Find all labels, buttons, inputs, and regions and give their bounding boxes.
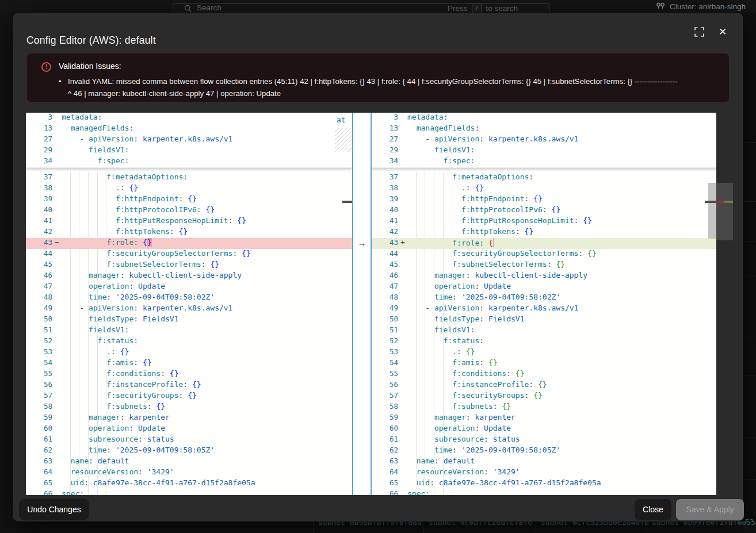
code-line[interactable]: 13 managedFields: — [26, 124, 352, 135]
code-line[interactable]: 47 operation: Update — [372, 282, 716, 293]
overview-ruler-marker-right — [705, 201, 716, 203]
code-line[interactable]: 51 fieldsV1: — [26, 325, 352, 336]
text-cursor — [494, 238, 495, 247]
code-line[interactable]: 40 f:httpProtocolIPv6: {} — [26, 205, 352, 216]
cluster-selector[interactable]: Cluster: anirban-singh — [656, 2, 746, 11]
code-line[interactable]: 44 f:securityGroupSelectorTerms: {} — [26, 249, 352, 260]
modified-editor-pane[interactable]: 3metadata:13 managedFields:27 - apiVersi… — [372, 113, 716, 495]
diff-ruler-added-mark — [724, 201, 733, 203]
code-line[interactable]: 62 time: '2025-09-04T09:58:05Z' — [26, 446, 352, 457]
code-line[interactable]: 59 manager: karpenter — [372, 413, 716, 424]
code-line[interactable]: 44 f:securityGroupSelectorTerms: {} — [372, 249, 716, 260]
sticky-scroll[interactable]: 3metadata:13 managedFields:27 - apiVersi… — [26, 113, 352, 168]
code-line[interactable]: 39 f:httpEndpoint: {} — [372, 194, 716, 205]
background-table-right-edge: 53 — [743, 13, 756, 522]
code-line[interactable]: 54 f:amis: {} — [372, 358, 716, 369]
code-line[interactable]: 39 f:httpEndpoint: {} — [26, 194, 352, 205]
code-line[interactable]: 37 f:metadataOptions: — [26, 172, 352, 183]
clipped-text-fragment: at — [337, 116, 346, 124]
code-line[interactable]: 52 f:status: — [26, 336, 352, 347]
search-placeholder: Search — [197, 3, 222, 12]
code-line[interactable]: 61 subresource: status — [26, 435, 352, 446]
code-line[interactable]: 58 f:subnets: {} — [372, 402, 716, 413]
code-line[interactable]: 27 - apiVersion: karpenter.k8s.aws/v1 — [372, 135, 716, 145]
code-line[interactable]: 46 manager: kubectl-client-side-apply — [372, 271, 716, 282]
code-line[interactable]: 59 manager: karpenter — [26, 413, 352, 424]
validation-alert: ! Validation Issues: • Invalid YAML: mis… — [26, 53, 730, 102]
diff-ruler-removed-mark — [716, 201, 724, 203]
danger-icon: ! — [41, 62, 51, 72]
code-line[interactable]: 29 fieldsV1: — [372, 145, 716, 156]
table-cell: subnet-0cfc525bd0e2d46fb — [536, 522, 647, 533]
code-line[interactable]: 55 f:conditions: {} — [372, 369, 716, 380]
code-line[interactable]: 54 f:amis: {} — [26, 358, 352, 369]
table-cell: subnet-0c0bffc2edfcf8fe — [423, 522, 536, 533]
code-line[interactable]: 52 f:status: — [372, 336, 716, 347]
code-line[interactable]: 66spec: — [372, 489, 716, 495]
code-line[interactable]: 42 f:httpTokens: {} — [26, 227, 352, 238]
scrollbar-thumb[interactable] — [708, 183, 716, 239]
code-line[interactable]: 58 f:subnets: {} — [26, 402, 352, 413]
code-line[interactable]: 56 f:instanceProfile: {} — [26, 380, 352, 391]
modal-title: Config Editor (AWS): default — [26, 34, 156, 47]
code-line[interactable]: 46 manager: kubectl-client-side-apply — [26, 271, 352, 282]
code-line[interactable]: 3metadata: — [26, 113, 352, 124]
code-line[interactable]: 29 fieldsV1: — [26, 145, 352, 156]
code-line[interactable]: 62 time: '2025-09-04T09:58:05Z' — [372, 446, 716, 457]
close-button[interactable]: Close — [635, 499, 671, 520]
code-line[interactable]: 65 uid: c8afe97e-38cc-4f91-a767-d15f2a8f… — [26, 478, 352, 489]
code-line[interactable]: 55 f:conditions: {} — [26, 369, 352, 380]
expand-icon[interactable] — [692, 24, 707, 39]
code-line[interactable]: 49 - apiVersion: karpenter.k8s.aws/v1 — [26, 304, 352, 315]
code-line[interactable]: 60 operation: Update — [372, 424, 716, 435]
code-line[interactable]: 13 managedFields: — [372, 124, 716, 135]
code-line[interactable]: 63 name: default — [372, 457, 716, 467]
code-line[interactable]: 64 resourceVersion: '3429' — [372, 467, 716, 478]
code-line[interactable]: 45 f:subnetSelectorTerms: {} — [372, 260, 716, 271]
code-line[interactable]: 3metadata: — [372, 113, 716, 124]
code-line[interactable]: 42 f:httpTokens: {} — [372, 227, 716, 238]
code-line[interactable]: 56 f:instanceProfile: {} — [372, 380, 716, 391]
code-line[interactable]: 48 time: '2025-09-04T09:58:02Z' — [26, 293, 352, 304]
code-line[interactable]: 64 resourceVersion: '3429' — [26, 467, 352, 478]
revert-arrow-icon[interactable]: → — [353, 237, 371, 248]
code-line[interactable]: 50 fieldsType: FieldsV1 — [372, 315, 716, 325]
code-line[interactable]: 50 fieldsType: FieldsV1 — [26, 315, 352, 325]
code-line[interactable]: 57 f:securityGroups: {} — [372, 391, 716, 402]
diff-sash[interactable]: → — [352, 113, 372, 495]
code-line[interactable]: 48 time: '2025-09-04T09:58:02Z' — [372, 293, 716, 304]
removed-code-line[interactable]: 43− f:role: {} — [26, 238, 352, 249]
undo-changes-button[interactable]: Undo Changes — [19, 499, 89, 520]
code-line[interactable]: 66spec: — [26, 489, 352, 495]
code-line[interactable]: 27 - apiVersion: karpenter.k8s.aws/v1 — [26, 135, 352, 145]
close-icon[interactable]: ✕ — [715, 24, 730, 39]
code-line[interactable]: 34 f:spec: — [372, 156, 716, 167]
code-line[interactable]: 57 f:securityGroups: {} — [26, 391, 352, 402]
code-line[interactable]: 41 f:httpPutResponseHopLimit: {} — [372, 216, 716, 227]
code-line[interactable]: 53 .: {} — [26, 347, 352, 358]
added-code-line[interactable]: 43+ f:role: { — [372, 238, 716, 249]
sticky-scroll[interactable]: 3metadata:13 managedFields:27 - apiVersi… — [372, 113, 716, 168]
code-line[interactable]: 65 uid: c8afe97e-38cc-4f91-a767-d15f2a8f… — [372, 478, 716, 489]
code-line[interactable]: 38 .: {} — [372, 183, 716, 194]
code-line[interactable]: 38 .: {} — [26, 183, 352, 194]
code-line[interactable]: 53 .: {} — [372, 347, 716, 358]
code-line[interactable]: 49 - apiVersion: karpenter.k8s.aws/v1 — [372, 304, 716, 315]
code-line[interactable]: 40 f:httpProtocolIPv6: {} — [372, 205, 716, 216]
code-line[interactable]: 47 operation: Update — [26, 282, 352, 293]
save-apply-button[interactable]: Save & Apply — [676, 499, 744, 520]
overview-ruler-marker-left — [342, 201, 352, 203]
original-editor-pane[interactable]: at 3metadata:13 managedFields:27 - apiVe… — [26, 113, 352, 495]
validation-message: • Invalid YAML: missed comma between flo… — [59, 75, 715, 99]
code-line[interactable]: 37 f:metadataOptions: — [372, 172, 716, 183]
code-line[interactable]: 63 name: default — [26, 457, 352, 467]
code-line[interactable]: 60 operation: Update — [26, 424, 352, 435]
code-line[interactable]: 41 f:httpPutResponseHopLimit: {} — [26, 216, 352, 227]
code-line[interactable]: 45 f:subnetSelectorTerms: {} — [26, 260, 352, 271]
code-line[interactable]: 61 subresource: status — [372, 435, 716, 446]
table-cell: subnet-0b99fe0f2fdf0053 — [647, 522, 756, 533]
search-shortcut-hint: Press / to search — [448, 3, 518, 13]
code-line[interactable]: 51 fieldsV1: — [372, 325, 716, 336]
cluster-key-icon — [656, 2, 665, 11]
code-line[interactable]: 34 f:spec: — [26, 156, 352, 167]
